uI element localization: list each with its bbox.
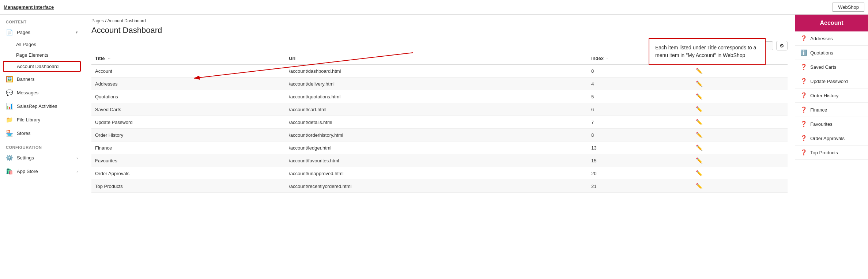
cell-index: 21	[588, 180, 692, 193]
app-store-label: App Store	[17, 169, 38, 174]
app-store-icon: 🛍️	[6, 168, 13, 175]
sidebar-sub-account-dashboard[interactable]: Account Dashboard	[3, 61, 81, 72]
right-panel-header: Account	[795, 15, 868, 31]
edit-icon[interactable]: ✏️	[696, 93, 703, 99]
callout-box: Each item listed under Title corresponds…	[649, 38, 766, 65]
callout-text: Each item listed under Title corresponds…	[655, 45, 756, 58]
sidebar-item-settings[interactable]: ⚙️ Settings ›	[0, 151, 84, 165]
right-panel-item[interactable]: ❓ Favourites	[795, 117, 868, 131]
breadcrumb-parent[interactable]: Pages	[91, 18, 104, 23]
sidebar-sub-all-pages[interactable]: All Pages	[0, 39, 84, 50]
right-panel-item-label: Order History	[810, 93, 838, 98]
table-container[interactable]: Title ← Url Index ↑ Action Account /acco…	[84, 53, 795, 279]
cell-action: ✏️	[692, 167, 788, 180]
edit-icon[interactable]: ✏️	[696, 144, 703, 151]
help-icon: ❓	[800, 121, 807, 127]
edit-icon[interactable]: ✏️	[696, 157, 703, 163]
table-row: Account /account/dashboard.html 0 ✏️	[91, 64, 788, 78]
col-url: Url	[285, 53, 588, 64]
pages-label: Pages	[17, 30, 30, 35]
messages-label: Messages	[17, 90, 38, 95]
top-bar-right: WebShop	[833, 3, 864, 12]
table-settings-button[interactable]: ⚙	[776, 41, 788, 50]
cell-action: ✏️	[692, 180, 788, 193]
right-panel-item[interactable]: ❓ Finance	[795, 103, 868, 117]
right-panel-items: ❓ Addresses ℹ️ Quotations ❓ Saved Carts …	[795, 31, 868, 160]
sidebar-item-app-store[interactable]: 🛍️ App Store ›	[0, 165, 84, 178]
cell-title: Top Products	[91, 180, 285, 193]
main-layout: CONTENT 📄 Pages ▾ All Pages Page Element…	[0, 15, 868, 279]
sidebar-item-banners[interactable]: 🖼️ Banners	[0, 72, 84, 86]
table-row: Favourites /account/favourites.html 15 ✏…	[91, 154, 788, 167]
breadcrumb-current: Account Dashboard	[107, 18, 146, 23]
cell-action: ✏️	[692, 90, 788, 103]
cell-url: /account/delivery.html	[285, 78, 588, 90]
edit-icon[interactable]: ✏️	[696, 170, 703, 176]
sidebar-item-messages[interactable]: 💬 Messages	[0, 86, 84, 99]
sidebar-sub-page-elements[interactable]: Page Elements	[0, 50, 84, 60]
right-panel-item-label: Order Approvals	[810, 136, 845, 141]
cell-index: 5	[588, 90, 692, 103]
table-row: Order Approvals /account/unapproved.html…	[91, 167, 788, 180]
edit-icon[interactable]: ✏️	[696, 80, 703, 87]
right-panel-item[interactable]: ❓ Saved Carts	[795, 60, 868, 74]
stores-label: Stores	[17, 131, 31, 136]
right-panel-item[interactable]: ❓ Top Products	[795, 146, 868, 160]
cell-url: /account/favourites.html	[285, 154, 588, 167]
management-interface-title[interactable]: Management Interface	[4, 4, 54, 10]
top-bar: Management Interface WebShop	[0, 0, 868, 15]
right-panel-item[interactable]: ❓ Addresses	[795, 31, 868, 46]
title-region: Account Dashboard Each item listed under…	[84, 23, 795, 39]
edit-icon[interactable]: ✏️	[696, 68, 703, 74]
app-store-arrow: ›	[76, 169, 78, 174]
settings-icon: ⚙️	[6, 154, 13, 161]
cell-title: Finance	[91, 142, 285, 154]
sidebar-item-salesrep[interactable]: 📊 SalesRep Activities	[0, 99, 84, 113]
right-panel-item-label: Quotations	[810, 50, 833, 56]
cell-index: 7	[588, 116, 692, 129]
cell-action: ✏️	[692, 129, 788, 142]
help-icon: ❓	[800, 35, 807, 42]
cell-index: 20	[588, 167, 692, 180]
cell-url: /account/dashboard.html	[285, 64, 588, 78]
cell-title: Order Approvals	[91, 167, 285, 180]
banners-label: Banners	[17, 76, 34, 82]
help-icon: ❓	[800, 78, 807, 84]
table-row: Update Password /account/details.html 7 …	[91, 116, 788, 129]
help-icon: ❓	[800, 92, 807, 99]
sidebar-item-file-library[interactable]: 📁 File Library	[0, 113, 84, 127]
col-title: Title ←	[91, 53, 285, 64]
banners-icon: 🖼️	[6, 76, 13, 83]
cell-action: ✏️	[692, 116, 788, 129]
right-panel-item[interactable]: ℹ️ Quotations	[795, 46, 868, 60]
cell-title: Saved Carts	[91, 103, 285, 116]
file-library-icon: 📁	[6, 116, 13, 123]
settings-arrow: ›	[76, 156, 78, 160]
salesrep-icon: 📊	[6, 103, 13, 110]
edit-icon[interactable]: ✏️	[696, 119, 703, 125]
table-row: Addresses /account/delivery.html 4 ✏️	[91, 78, 788, 90]
help-icon: ❓	[800, 106, 807, 113]
account-dashboard-table: Title ← Url Index ↑ Action Account /acco…	[91, 53, 788, 193]
cell-url: /account/cart.html	[285, 103, 588, 116]
right-panel-item[interactable]: ❓ Order History	[795, 88, 868, 103]
cell-url: /account/details.html	[285, 116, 588, 129]
right-panel-item[interactable]: ❓ Order Approvals	[795, 131, 868, 146]
cell-url: /account/quotations.html	[285, 90, 588, 103]
edit-icon[interactable]: ✏️	[696, 132, 703, 138]
cell-action: ✏️	[692, 64, 788, 78]
right-panel-item-label: Finance	[810, 107, 827, 113]
webshop-button[interactable]: WebShop	[833, 3, 864, 12]
breadcrumb: Pages / Account Dashboard	[84, 15, 795, 23]
right-panel-item[interactable]: ❓ Update Password	[795, 74, 868, 88]
sidebar-item-stores[interactable]: 🏪 Stores	[0, 127, 84, 140]
edit-icon[interactable]: ✏️	[696, 183, 703, 189]
table-row: Order History /account/orderhistory.html…	[91, 129, 788, 142]
help-icon: ❓	[800, 135, 807, 142]
edit-icon[interactable]: ✏️	[696, 106, 703, 112]
table-row: Saved Carts /account/cart.html 6 ✏️	[91, 103, 788, 116]
sidebar-item-pages[interactable]: 📄 Pages ▾	[0, 26, 84, 39]
stores-icon: 🏪	[6, 130, 13, 137]
cell-title: Order History	[91, 129, 285, 142]
cell-index: 0	[588, 64, 692, 78]
